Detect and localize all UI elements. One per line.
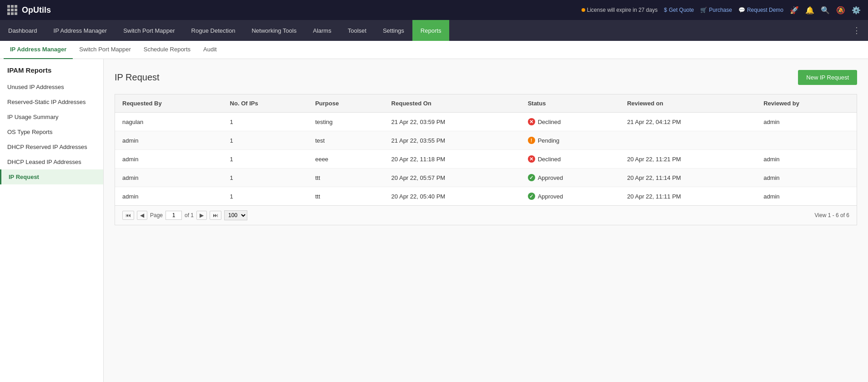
of-label: of 1	[185, 212, 194, 218]
nav-item-ip-address-manager[interactable]: IP Address Manager	[45, 20, 115, 41]
rocket-icon[interactable]: 🚀	[790, 6, 799, 15]
cell-requested-on: 20 Apr 22, 11:18 PM	[384, 150, 521, 169]
nav-item-reports[interactable]: Reports	[412, 20, 450, 41]
cell-requested-by: admin	[115, 169, 223, 187]
notification-icon[interactable]: 🔕	[836, 6, 845, 15]
table-row[interactable]: admin 1 ttt 20 Apr 22, 05:40 PM ✓ Approv…	[115, 187, 857, 206]
col-purpose: Purpose	[308, 94, 384, 113]
cell-status: ✓ Approved	[521, 187, 620, 206]
per-page-select[interactable]: 100	[224, 210, 247, 220]
table-row[interactable]: admin 1 eeee 20 Apr 22, 11:18 PM ✕ Decli…	[115, 150, 857, 169]
settings-icon[interactable]: ⚙️	[852, 6, 861, 15]
table-row[interactable]: admin 1 test 21 Apr 22, 03:55 PM ! Pendi…	[115, 131, 857, 150]
sub-item-ip-address-manager[interactable]: IP Address Manager	[4, 41, 73, 59]
nav-more-icon[interactable]: ⋮	[845, 25, 868, 35]
last-page-button[interactable]: ⏭	[210, 211, 221, 220]
table-row[interactable]: admin 1 ttt 20 Apr 22, 05:57 PM ✓ Approv…	[115, 169, 857, 187]
status-label: Approved	[538, 193, 563, 200]
table-container: Requested By No. Of IPs Purpose Requeste…	[115, 94, 857, 225]
col-requested-by: Requested By	[115, 94, 223, 113]
sidebar-title: IPAM Reports	[0, 66, 103, 79]
sidebar: IPAM Reports Unused IP Addresses Reserve…	[0, 59, 104, 382]
request-demo-link[interactable]: 💬 Request Demo	[738, 7, 783, 13]
nav-item-dashboard[interactable]: Dashboard	[0, 20, 45, 41]
sub-item-schedule-reports[interactable]: Schedule Reports	[137, 41, 197, 59]
cell-no-of-ips: 1	[223, 169, 308, 187]
sub-item-audit[interactable]: Audit	[197, 41, 223, 59]
status-label: Pending	[538, 137, 560, 144]
col-requested-on: Requested On	[384, 94, 521, 113]
nav-item-toolset[interactable]: Toolset	[340, 20, 375, 41]
nav-item-networking-tools[interactable]: Networking Tools	[243, 20, 305, 41]
sidebar-item-os-type-reports[interactable]: OS Type Reports	[0, 124, 103, 139]
cell-requested-by: admin	[115, 131, 223, 150]
first-page-button[interactable]: ⏮	[122, 211, 134, 220]
cell-no-of-ips: 1	[223, 187, 308, 206]
main-content: IP Request New IP Request Requested By N…	[104, 59, 868, 382]
cell-reviewed-by: admin	[756, 187, 857, 206]
cell-purpose: eeee	[308, 150, 384, 169]
sidebar-item-ip-request[interactable]: IP Request	[0, 169, 103, 184]
status-icon: !	[528, 137, 535, 144]
prev-page-button[interactable]: ◀	[137, 211, 147, 220]
cell-no-of-ips: 1	[223, 113, 308, 131]
cell-status: ✓ Approved	[521, 169, 620, 187]
status-icon: ✕	[528, 118, 535, 125]
cell-requested-by: admin	[115, 187, 223, 206]
sub-item-switch-port-mapper[interactable]: Switch Port Mapper	[73, 41, 137, 59]
get-quote-link[interactable]: $ Get Quote	[664, 7, 694, 13]
status-icon: ✕	[528, 155, 535, 163]
nav-item-settings[interactable]: Settings	[375, 20, 412, 41]
cell-status: ! Pending	[521, 131, 620, 150]
cell-status: ✕ Declined	[521, 113, 620, 131]
sidebar-item-ip-usage-summary[interactable]: IP Usage Summary	[0, 109, 103, 124]
sub-nav: IP Address Manager Switch Port Mapper Sc…	[0, 41, 868, 59]
status-icon: ✓	[528, 193, 535, 200]
status-label: Declined	[538, 119, 561, 125]
pagination-controls: ⏮ ◀ Page of 1 ▶ ⏭ 100	[122, 210, 247, 220]
page-title: IP Request	[115, 72, 160, 83]
top-bar-left: OpUtils	[7, 5, 51, 15]
dollar-icon: $	[664, 7, 667, 13]
cell-reviewed-on	[620, 131, 756, 150]
app-grid-icon[interactable]	[7, 5, 17, 15]
nav-item-alarms[interactable]: Alarms	[305, 20, 339, 41]
cell-purpose: testing	[308, 113, 384, 131]
license-text: License will expire in 27 days	[582, 7, 657, 13]
search-icon[interactable]: 🔍	[821, 6, 830, 15]
page-header: IP Request New IP Request	[115, 70, 857, 85]
cell-purpose: ttt	[308, 187, 384, 206]
table-header-row: Requested By No. Of IPs Purpose Requeste…	[115, 94, 857, 113]
purchase-link[interactable]: 🛒 Purchase	[700, 7, 732, 13]
cell-reviewed-on: 20 Apr 22, 11:21 PM	[620, 150, 756, 169]
sidebar-item-dhcp-leased[interactable]: DHCP Leased IP Addresses	[0, 154, 103, 169]
cell-reviewed-by: admin	[756, 150, 857, 169]
page-input[interactable]	[166, 211, 182, 220]
page-label: Page	[150, 212, 163, 218]
cell-reviewed-by	[756, 131, 857, 150]
cell-requested-by: admin	[115, 150, 223, 169]
sidebar-item-reserved-static[interactable]: Reserved-Static IP Addresses	[0, 94, 103, 109]
nav-item-switch-port-mapper[interactable]: Switch Port Mapper	[115, 20, 183, 41]
table-row[interactable]: nagulan 1 testing 21 Apr 22, 03:59 PM ✕ …	[115, 113, 857, 131]
col-no-of-ips: No. Of IPs	[223, 94, 308, 113]
nav-item-rogue-detection[interactable]: Rogue Detection	[183, 20, 244, 41]
cell-requested-on: 20 Apr 22, 05:40 PM	[384, 187, 521, 206]
license-dot	[582, 8, 585, 12]
bell-icon[interactable]: 🔔	[805, 6, 814, 15]
cell-no-of-ips: 1	[223, 131, 308, 150]
cell-reviewed-by: admin	[756, 169, 857, 187]
sidebar-item-dhcp-reserved[interactable]: DHCP Reserved IP Addresses	[0, 139, 103, 154]
cell-reviewed-on: 20 Apr 22, 11:11 PM	[620, 187, 756, 206]
cell-requested-on: 20 Apr 22, 05:57 PM	[384, 169, 521, 187]
new-ip-request-button[interactable]: New IP Request	[798, 70, 857, 85]
next-page-button[interactable]: ▶	[196, 211, 207, 220]
col-reviewed-by: Reviewed by	[756, 94, 857, 113]
pagination-bar: ⏮ ◀ Page of 1 ▶ ⏭ 100 View 1 - 6 of 6	[115, 205, 857, 225]
sidebar-item-unused-ip[interactable]: Unused IP Addresses	[0, 79, 103, 94]
main-nav: Dashboard IP Address Manager Switch Port…	[0, 20, 868, 41]
app-name: OpUtils	[22, 5, 51, 15]
demo-icon: 💬	[738, 7, 745, 13]
cell-requested-by: nagulan	[115, 113, 223, 131]
page-layout: IPAM Reports Unused IP Addresses Reserve…	[0, 59, 868, 382]
